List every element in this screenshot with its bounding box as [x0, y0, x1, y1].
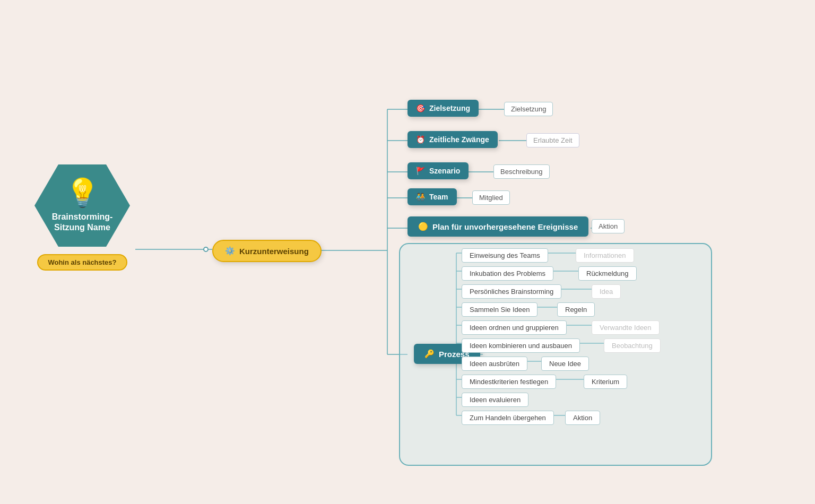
- leaf-team: Mitglied: [472, 190, 510, 205]
- branch-team-label: Team: [429, 193, 448, 201]
- clock-icon: ⏰: [416, 135, 425, 144]
- leaf-plan: Aktion: [592, 219, 625, 233]
- root-node: 💡 Brainstorming- Sitzung Name Wohin als …: [29, 164, 135, 271]
- branch-zielsetzung[interactable]: 🎯 Zielsetzung: [408, 100, 479, 117]
- branch-team[interactable]: 🧑‍🤝‍🧑 Team: [408, 188, 457, 205]
- key-icon: 🔑: [424, 349, 435, 359]
- connector-dot: [203, 247, 209, 252]
- branch-plan-label: Plan für unvorhergesehene Ereignisse: [432, 222, 578, 231]
- branch-plan[interactable]: 🟡 Plan für unvorhergesehene Ereignisse: [408, 216, 588, 237]
- branch-szenario-label: Szenario: [429, 167, 460, 175]
- proc-brainstorming: Persönliches Brainstorming: [462, 284, 561, 299]
- root-subtitle[interactable]: Wohin als nächstes?: [37, 254, 127, 271]
- flag-icon: 🚩: [416, 167, 425, 175]
- proc-sammeln: Sammeln Sie Ideen: [462, 302, 537, 317]
- leaf-zeitliche: Erlaubte Zeit: [526, 133, 579, 147]
- branch-szenario[interactable]: 🚩 Szenario: [408, 162, 469, 179]
- proc-leaf-ausbruten: Neue Idee: [541, 357, 589, 371]
- proc-leaf-inkubation: Rückmeldung: [578, 266, 637, 281]
- hex-shape: 💡 Brainstorming- Sitzung Name: [34, 164, 130, 247]
- proc-einweisung: Einweisung des Teams: [462, 248, 548, 263]
- leaf-zielsetzung: Zielsetzung: [504, 102, 553, 116]
- proc-handeln: Zum Handeln übergehen: [462, 411, 554, 425]
- branch-zielsetzung-label: Zielsetzung: [429, 104, 470, 112]
- proc-mindest: Mindestkriterien festlegen: [462, 375, 556, 389]
- proc-leaf-mindest: Kriterium: [584, 375, 627, 389]
- kurzunterweisung-node[interactable]: ⚙️ Kurzunterweisung: [212, 240, 322, 262]
- proc-kombinieren: Ideen kombinieren und ausbauen: [462, 338, 580, 353]
- proc-ausbruten: Ideen ausbrüten: [462, 357, 527, 371]
- proc-leaf-brainstorming: Idea: [592, 284, 621, 299]
- proc-leaf-sammeln: Regeln: [557, 302, 595, 317]
- proc-ordnen: Ideen ordnen und gruppieren: [462, 320, 567, 335]
- proc-leaf-ordnen: Verwandte Ideen: [592, 320, 660, 335]
- circle-icon: 🟡: [418, 222, 428, 231]
- leaf-szenario: Beschreibung: [493, 164, 550, 179]
- lightbulb-icon: 💡: [65, 179, 100, 206]
- branch-zeitliche[interactable]: ⏰ Zeitliche Zwänge: [408, 131, 498, 148]
- team-icon: 🧑‍🤝‍🧑: [416, 193, 425, 201]
- proc-leaf-einweisung: Informationen: [576, 248, 634, 263]
- gear-icon: ⚙️: [225, 246, 235, 256]
- root-title: Brainstorming- Sitzung Name: [47, 212, 118, 232]
- proc-inkubation: Inkubation des Problems: [462, 266, 553, 281]
- proc-leaf-kombinieren: Beobachtung: [604, 338, 661, 353]
- kurzunterweisung-label: Kurzunterweisung: [239, 247, 309, 256]
- target-icon: 🎯: [416, 104, 425, 112]
- proc-evaluieren: Ideen evaluieren: [462, 393, 528, 407]
- proc-leaf-handeln: Aktion: [565, 411, 600, 425]
- branch-zeitliche-label: Zeitliche Zwänge: [429, 135, 489, 144]
